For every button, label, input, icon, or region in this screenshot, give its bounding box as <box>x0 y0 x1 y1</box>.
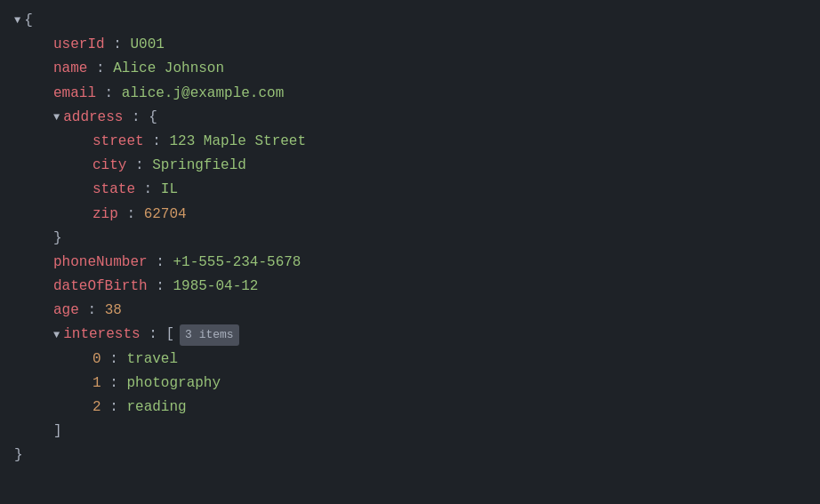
root-close-bracket: } <box>14 444 23 468</box>
age-key: age <box>53 299 79 323</box>
phone-line: phoneNumber : +1-555-234-5678 <box>14 251 806 275</box>
street-line: street : 123 Maple Street <box>14 130 806 154</box>
interests-toggle[interactable] <box>53 326 60 344</box>
city-line: city : Springfield <box>14 154 806 178</box>
interest-0-line: 0 : travel <box>14 348 806 372</box>
email-line: email : alice.j@example.com <box>14 82 806 106</box>
zip-key: zip <box>92 203 118 227</box>
address-key: address <box>63 106 123 130</box>
state-line: state : IL <box>14 178 806 202</box>
email-key: email <box>53 82 96 106</box>
phone-value: +1-555-234-5678 <box>173 251 301 275</box>
street-value: 123 Maple Street <box>169 130 306 154</box>
userid-key: userId <box>53 33 105 57</box>
interests-badge: 3 items <box>180 324 239 346</box>
name-key: name <box>53 57 87 81</box>
interest-2-index: 2 <box>92 396 101 420</box>
phone-key: phoneNumber <box>53 251 148 275</box>
interest-2-line: 2 : reading <box>14 396 806 420</box>
interest-1-value: photography <box>126 372 221 396</box>
root-close-line: } <box>14 444 806 468</box>
address-close-bracket: } <box>53 227 62 251</box>
root-open-line: { <box>14 9 806 33</box>
dob-colon: : <box>148 275 173 299</box>
interests-open-line: interests : [ 3 items <box>14 323 806 347</box>
interests-close-line: ] <box>14 420 806 444</box>
interest-0-colon: : <box>101 348 127 372</box>
interests-close-bracket: ] <box>53 420 62 444</box>
root-open-bracket: { <box>24 9 33 33</box>
address-open-line: address : { <box>14 106 806 130</box>
interest-0-index: 0 <box>92 348 101 372</box>
interests-key: interests <box>63 323 140 347</box>
dob-value: 1985-04-12 <box>173 275 258 299</box>
interests-open-bracket: [ <box>165 323 174 347</box>
interest-2-colon: : <box>101 396 127 420</box>
json-viewer: { userId : U001 name : Alice Johnson ema… <box>14 9 806 468</box>
street-key: street <box>92 130 144 154</box>
address-close-line: } <box>14 227 806 251</box>
email-colon: : <box>96 82 122 106</box>
address-open-bracket: { <box>149 106 157 130</box>
interest-1-index: 1 <box>92 372 101 396</box>
state-value: IL <box>161 178 178 202</box>
zip-value: 62704 <box>144 203 187 227</box>
userid-colon: : <box>105 33 131 57</box>
root-toggle[interactable] <box>14 12 20 29</box>
interest-2-value: reading <box>126 396 186 420</box>
name-value: Alice Johnson <box>113 57 224 81</box>
interest-1-colon: : <box>101 372 127 396</box>
name-colon: : <box>87 57 113 81</box>
email-value: alice.j@example.com <box>122 82 284 106</box>
address-colon: : <box>123 106 149 130</box>
state-colon: : <box>135 178 161 202</box>
userid-value: U001 <box>130 33 164 57</box>
phone-colon: : <box>148 251 173 275</box>
city-value: Springfield <box>152 154 246 178</box>
address-toggle[interactable] <box>53 108 60 126</box>
zip-line: zip : 62704 <box>14 203 806 227</box>
zip-colon: : <box>118 203 144 227</box>
city-key: city <box>92 154 126 178</box>
age-colon: : <box>79 299 105 323</box>
street-colon: : <box>144 130 170 154</box>
interest-1-line: 1 : photography <box>14 372 806 396</box>
dob-key: dateOfBirth <box>53 275 148 299</box>
age-value: 38 <box>105 299 122 323</box>
userid-line: userId : U001 <box>14 33 806 57</box>
interests-colon: : <box>141 323 166 347</box>
age-line: age : 38 <box>14 299 806 323</box>
state-key: state <box>92 178 135 202</box>
interest-0-value: travel <box>126 348 178 372</box>
city-colon: : <box>126 154 152 178</box>
dob-line: dateOfBirth : 1985-04-12 <box>14 275 806 299</box>
name-line: name : Alice Johnson <box>14 57 806 81</box>
